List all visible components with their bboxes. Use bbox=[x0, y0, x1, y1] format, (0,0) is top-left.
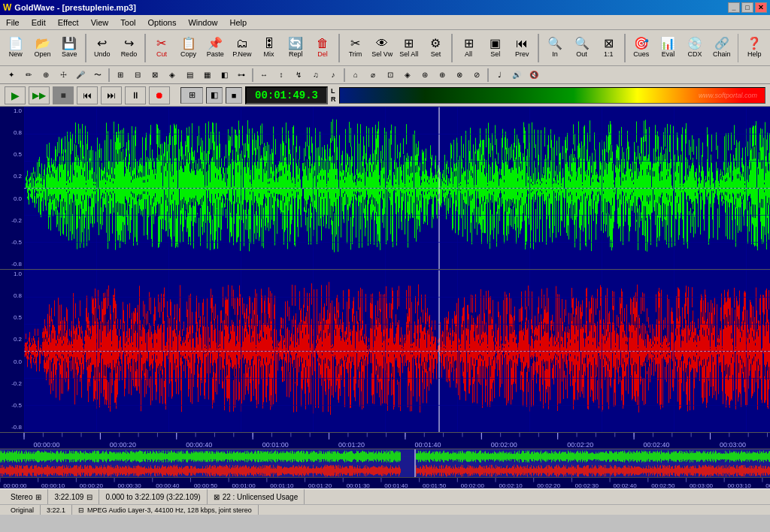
menu-tool[interactable]: Tool bbox=[114, 15, 141, 29]
new-button[interactable]: 📄New bbox=[3, 32, 29, 64]
help-button[interactable]: ❓Help bbox=[741, 32, 767, 64]
time-display: 00:01:49.3 bbox=[245, 86, 328, 104]
effect-9[interactable]: ↔ bbox=[256, 68, 272, 83]
play-button[interactable]: ▶ bbox=[5, 86, 26, 104]
ruler-canvas bbox=[0, 433, 770, 449]
format-icon: ⊟ bbox=[78, 506, 84, 514]
tool-pan[interactable]: ☩ bbox=[55, 68, 71, 83]
delete-button[interactable]: 🗑Del bbox=[310, 32, 335, 64]
maximize-button[interactable]: □ bbox=[741, 2, 753, 13]
stop-button[interactable]: ■ bbox=[53, 86, 74, 104]
menu-window[interactable]: Window bbox=[182, 15, 223, 29]
selall-button[interactable]: ⊞Sel All bbox=[396, 32, 422, 64]
paste-button[interactable]: 📌Paste bbox=[202, 32, 228, 64]
left-waveform-canvas[interactable] bbox=[24, 107, 770, 270]
effect-4[interactable]: ◈ bbox=[164, 68, 180, 83]
format-text: MPEG Audio Layer-3, 44100 Hz, 128 kbps, … bbox=[87, 506, 252, 514]
effect-6[interactable]: ▦ bbox=[199, 68, 215, 83]
y-label: -0.8 bbox=[0, 425, 24, 431]
titlebar-controls[interactable]: _ □ ✕ bbox=[728, 2, 767, 13]
replace-button[interactable]: 🔄Repl bbox=[283, 32, 308, 64]
undo-button[interactable]: ↩Undo bbox=[89, 32, 115, 64]
menu-effect[interactable]: Effect bbox=[52, 15, 85, 29]
effect-16[interactable]: ⊡ bbox=[382, 68, 399, 83]
open-button[interactable]: 📂Open bbox=[30, 32, 56, 64]
effect-10[interactable]: ↕ bbox=[273, 68, 290, 83]
trim-button[interactable]: ✂Trim bbox=[343, 32, 368, 64]
zoom-out-button[interactable]: 🔍Out bbox=[569, 32, 595, 64]
menu-help[interactable]: Help bbox=[224, 15, 253, 29]
overview-waveform[interactable] bbox=[0, 449, 770, 477]
effect-11[interactable]: ↯ bbox=[290, 68, 307, 83]
cues-button[interactable]: 🎯Cues bbox=[629, 32, 654, 64]
redo-button[interactable]: ↪Redo bbox=[117, 32, 142, 64]
eval-button[interactable]: 📊Eval bbox=[656, 32, 681, 64]
tool-pencil[interactable]: ✏ bbox=[20, 68, 37, 83]
right-waveform-canvas[interactable] bbox=[24, 270, 770, 432]
tool-wave[interactable]: 〜 bbox=[89, 68, 106, 83]
set-button[interactable]: ⚙Set bbox=[423, 32, 449, 64]
close-button[interactable]: ✕ bbox=[755, 2, 767, 13]
right-channel[interactable]: 1.0 0.8 0.5 0.2 0.0 -0.2 -0.5 -0.8 bbox=[0, 270, 770, 432]
effect-22[interactable]: ♩ bbox=[491, 68, 508, 83]
loop-indicator: ⊞ bbox=[180, 87, 203, 104]
toolbar-separator bbox=[538, 34, 539, 62]
copy-button[interactable]: 📋Copy bbox=[176, 32, 202, 64]
left-channel[interactable]: 1.0 0.8 0.5 0.2 0.0 -0.2 -0.5 -0.8 bbox=[0, 107, 770, 270]
mix-button[interactable]: 🎛Mix bbox=[256, 32, 282, 64]
effect-19[interactable]: ⊕ bbox=[434, 68, 450, 83]
effect-13[interactable]: ♪ bbox=[325, 68, 341, 83]
effect-14[interactable]: ⌂ bbox=[347, 68, 364, 83]
tool-zoom[interactable]: ⊕ bbox=[38, 68, 54, 83]
effect-12[interactable]: ♫ bbox=[308, 68, 324, 83]
tool-mic[interactable]: 🎤 bbox=[72, 68, 89, 83]
effect-17[interactable]: ◈ bbox=[399, 68, 416, 83]
toolbar-separator bbox=[624, 34, 626, 62]
app-logo: W bbox=[3, 2, 11, 13]
effect-7[interactable]: ◧ bbox=[216, 68, 232, 83]
zoom-in-button[interactable]: 🔍In bbox=[542, 32, 568, 64]
prev-button[interactable]: ⏮Prev bbox=[510, 32, 535, 64]
statusbar2: Original 3:22.1 ⊟ MPEG Audio Layer-3, 44… bbox=[0, 504, 770, 515]
waveform-area[interactable]: 1.0 0.8 0.5 0.2 0.0 -0.2 -0.5 -0.8 1.0 0… bbox=[0, 107, 770, 449]
save-button[interactable]: 💾Save bbox=[56, 32, 82, 64]
effect-21[interactable]: ⊘ bbox=[468, 68, 485, 83]
tool-select[interactable]: ✦ bbox=[3, 68, 20, 83]
effect-24[interactable]: 🔇 bbox=[526, 68, 542, 83]
record-button[interactable]: ⏺ bbox=[149, 86, 170, 104]
effect-18[interactable]: ⊛ bbox=[417, 68, 433, 83]
pastenew-button[interactable]: 🗂P.New bbox=[229, 32, 255, 64]
effect-23[interactable]: 🔊 bbox=[508, 68, 525, 83]
rewind-button[interactable]: ⏮ bbox=[77, 86, 98, 104]
minimize-button[interactable]: _ bbox=[728, 2, 740, 13]
effect-5[interactable]: ▤ bbox=[181, 68, 198, 83]
menu-file[interactable]: File bbox=[0, 15, 26, 29]
effect-15[interactable]: ⌀ bbox=[365, 68, 381, 83]
menu-view[interactable]: View bbox=[85, 15, 115, 29]
set-indicator: ◧ bbox=[206, 87, 223, 104]
toolbar-separator bbox=[338, 34, 340, 62]
zoom-11-button[interactable]: ⊠1:1 bbox=[596, 32, 621, 64]
pause-button[interactable]: ⏸ bbox=[125, 86, 146, 104]
effect-20[interactable]: ⊗ bbox=[451, 68, 468, 83]
effect-8[interactable]: ⊶ bbox=[233, 68, 250, 83]
effects-toolbar: ✦ ✏ ⊕ ☩ 🎤 〜 ⊞ ⊟ ⊠ ◈ ▤ ▦ ◧ ⊶ ↔ ↕ ↯ ♫ ♪ ⌂ … bbox=[0, 66, 770, 84]
y-label: -0.5 bbox=[0, 240, 24, 246]
menu-edit[interactable]: Edit bbox=[26, 15, 52, 29]
effect-1[interactable]: ⊞ bbox=[112, 68, 129, 83]
effect-3[interactable]: ⊠ bbox=[147, 68, 163, 83]
overview-canvas[interactable] bbox=[0, 449, 770, 477]
chain-button[interactable]: 🔗Chain bbox=[709, 32, 735, 64]
titlebar: W GoldWave - [prestuplenie.mp3] _ □ ✕ bbox=[0, 0, 770, 15]
cut-button[interactable]: ✂Cut bbox=[149, 32, 174, 64]
y-label: 0.8 bbox=[0, 130, 24, 136]
play-loop-button[interactable]: ▶▶ bbox=[29, 86, 50, 104]
all-button[interactable]: ⊞All bbox=[456, 32, 481, 64]
menu-options[interactable]: Options bbox=[141, 15, 182, 29]
sel-button[interactable]: ▣Sel bbox=[483, 32, 508, 64]
selview-button[interactable]: 👁Sel Vw bbox=[369, 32, 395, 64]
cdx-button[interactable]: 💿CDX bbox=[682, 32, 708, 64]
effect-2[interactable]: ⊟ bbox=[129, 68, 146, 83]
fastforward-button[interactable]: ⏭ bbox=[101, 86, 122, 104]
channel-label: Stereo bbox=[11, 493, 32, 501]
